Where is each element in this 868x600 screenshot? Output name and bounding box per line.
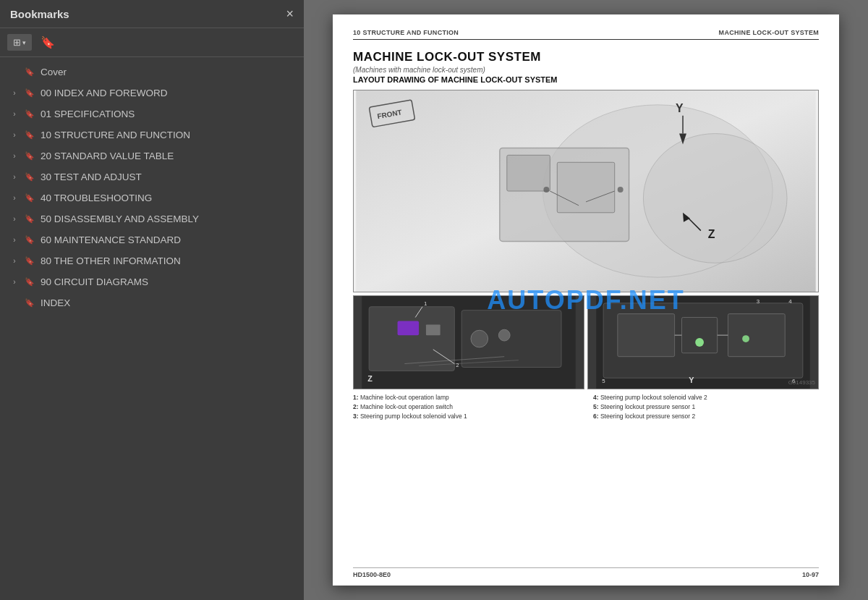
bookmark-item-40[interactable]: ›🔖40 TROUBLESHOOTING: [0, 187, 304, 208]
svg-point-40: [695, 338, 704, 347]
bookmark-label: 90 CIRCUIT DIAGRAMS: [41, 276, 297, 287]
svg-text:4: 4: [788, 298, 792, 305]
footer-model: HD1500-8E0: [353, 571, 391, 578]
caption-item: 5: Steering lockout pressure sensor 1: [593, 403, 819, 410]
svg-rect-38: [681, 318, 717, 353]
bookmark-label: 60 MAINTENANCE STANDARD: [41, 234, 297, 245]
bookmark-item-80[interactable]: ›🔖80 THE OTHER INFORMATION: [0, 250, 304, 271]
main-diagram: FRONT Y Z: [353, 90, 819, 292]
chevron-icon: ›: [10, 215, 19, 223]
svg-point-2: [643, 134, 787, 263]
svg-rect-4: [507, 155, 550, 191]
chevron-icon: ›: [10, 110, 19, 118]
footer-page: 10-97: [802, 571, 819, 578]
grid-icon: ⊞: [13, 37, 21, 48]
diagram-area: FRONT Y Z: [353, 90, 819, 422]
chevron-icon: ›: [10, 89, 19, 97]
bookmark-flag-icon: 🔖: [25, 235, 35, 245]
bookmark-flag-icon: 🔖: [25, 109, 35, 119]
caption-item: 2: Machine lock-out operation switch: [353, 403, 579, 410]
main-content: 10 STRUCTURE AND FUNCTION MACHINE LOCK-O…: [304, 0, 868, 600]
bookmark-item-00[interactable]: ›🔖00 INDEX AND FOREWORD: [0, 83, 304, 103]
bookmark-flag-icon: 🔖: [25, 172, 35, 182]
bookmark-item-50[interactable]: ›🔖50 DISASSEMBLY AND ASSEMBLY: [0, 208, 304, 229]
close-button[interactable]: ×: [286, 7, 294, 20]
bookmark-label: 10 STRUCTURE AND FUNCTION: [41, 130, 297, 140]
chevron-icon: ›: [10, 236, 19, 244]
bookmark-flag-icon: 🔖: [25, 277, 35, 287]
svg-point-27: [498, 329, 510, 341]
chevron-icon: ›: [10, 131, 19, 139]
bookmark-label: 80 THE OTHER INFORMATION: [41, 255, 297, 266]
caption-item: 3: Steering pump lockout solenoid valve …: [353, 413, 579, 420]
bottom-diagram-left: Z 1 2: [353, 295, 584, 389]
chevron-icon: ›: [10, 152, 19, 160]
page-header: 10 STRUCTURE AND FUNCTION MACHINE LOCK-O…: [353, 29, 819, 40]
svg-rect-5: [557, 162, 614, 213]
sidebar-title: Bookmarks: [10, 8, 69, 20]
bookmark-flag-icon: 🔖: [25, 256, 35, 266]
bookmark-flag-icon: 🔖: [25, 130, 35, 140]
svg-point-26: [471, 330, 488, 347]
chevron-icon: ›: [10, 278, 19, 286]
bookmark-label: 01 SPECIFICATIONS: [41, 109, 297, 119]
chevron-icon: ›: [10, 257, 19, 265]
header-section: 10 STRUCTURE AND FUNCTION: [353, 29, 459, 36]
bookmark-item-cover[interactable]: 🔖Cover: [0, 62, 304, 83]
page-footer: HD1500-8E0 10-97: [353, 567, 819, 578]
bottom-diagram-right: 3 4 5 Y 6 G0149335: [587, 295, 819, 389]
bookmark-item-01[interactable]: ›🔖01 SPECIFICATIONS: [0, 103, 304, 124]
bookmark-label: Cover: [41, 67, 297, 77]
svg-text:Y: Y: [689, 376, 694, 384]
svg-text:1: 1: [424, 300, 427, 307]
svg-rect-39: [728, 314, 785, 357]
chevron-icon: ›: [10, 173, 19, 181]
caption-item: 4: Steering pump lockout solenoid valve …: [593, 394, 819, 401]
bookmark-item-index[interactable]: 🔖INDEX: [0, 292, 304, 313]
caption-item: 6: Steering lockout pressure sensor 2: [593, 413, 819, 420]
bottom-diagrams: Z 1 2: [353, 295, 819, 389]
bookmark-item-60[interactable]: ›🔖60 MAINTENANCE STANDARD: [0, 229, 304, 250]
main-title: MACHINE LOCK-OUT SYSTEM: [353, 50, 819, 64]
svg-text:5: 5: [602, 378, 605, 384]
bookmark-label: 00 INDEX AND FOREWORD: [41, 88, 297, 98]
sidebar-header: Bookmarks ×: [0, 0, 304, 28]
page-title-section: MACHINE LOCK-OUT SYSTEM (Machines with m…: [353, 50, 819, 84]
section-heading: LAYOUT DRAWING OF MACHINE LOCK-OUT SYSTE…: [353, 75, 819, 84]
bookmark-item-20[interactable]: ›🔖20 STANDARD VALUE TABLE: [0, 145, 304, 166]
bookmark-list: 🔖Cover›🔖00 INDEX AND FOREWORD›🔖01 SPECIF…: [0, 57, 304, 600]
chevron-down-icon: ▾: [22, 39, 26, 46]
bookmark-label: 50 DISASSEMBLY AND ASSEMBLY: [41, 214, 297, 224]
svg-text:3: 3: [757, 298, 760, 305]
svg-rect-37: [618, 314, 675, 357]
bookmark-label: 20 STANDARD VALUE TABLE: [41, 151, 297, 161]
caption-grid: 1: Machine lock-out operation lamp2: Mac…: [353, 394, 819, 422]
sub-title: (Machines with machine lock-out system): [353, 66, 819, 74]
bookmark-label: 40 TROUBLESHOOTING: [41, 193, 297, 203]
svg-text:Z: Z: [367, 374, 373, 383]
bookmark-flag-icon: 🔖: [25, 88, 35, 98]
bookmark-item-30[interactable]: ›🔖30 TEST AND ADJUST: [0, 166, 304, 187]
caption-col-left: 1: Machine lock-out operation lamp2: Mac…: [353, 394, 579, 422]
bookmark-flag-icon: 🔖: [25, 151, 35, 161]
bookmark-icon-button[interactable]: 🔖: [38, 33, 58, 52]
svg-text:Y: Y: [676, 102, 684, 114]
svg-text:Z: Z: [708, 228, 715, 240]
bookmark-flag-icon: 🔖: [25, 298, 35, 308]
bookmark-icon: 🔖: [41, 36, 55, 48]
page-container: 10 STRUCTURE AND FUNCTION MACHINE LOCK-O…: [333, 14, 839, 586]
sidebar-toolbar: ⊞ ▾ 🔖: [0, 28, 304, 57]
bookmark-item-90[interactable]: ›🔖90 CIRCUIT DIAGRAMS: [0, 271, 304, 292]
caption-col-right: 4: Steering pump lockout solenoid valve …: [593, 394, 819, 422]
svg-text:2: 2: [456, 362, 459, 368]
header-title: MACHINE LOCK-OUT SYSTEM: [719, 29, 819, 36]
bookmark-label: INDEX: [41, 297, 297, 308]
svg-point-41: [742, 335, 749, 342]
view-options-button[interactable]: ⊞ ▾: [7, 34, 32, 51]
chevron-icon: ›: [10, 194, 19, 202]
bookmark-label: 30 TEST AND ADJUST: [41, 172, 297, 182]
bookmark-item-10[interactable]: ›🔖10 STRUCTURE AND FUNCTION: [0, 124, 304, 145]
bookmark-flag-icon: 🔖: [25, 67, 35, 77]
bookmark-flag-icon: 🔖: [25, 214, 35, 224]
svg-point-19: [543, 187, 549, 193]
